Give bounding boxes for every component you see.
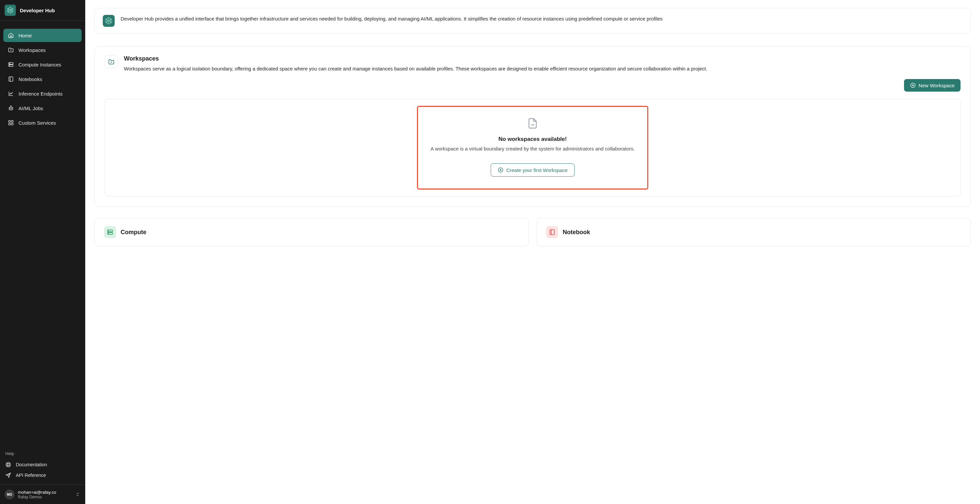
notebook-icon-box <box>546 226 558 238</box>
app-logo <box>103 15 115 27</box>
svg-point-19 <box>108 231 109 231</box>
empty-desc: A workspace is a virtual boundary create… <box>431 146 635 152</box>
section-text: Workspaces Workspaces serve as a logical… <box>124 55 707 72</box>
workspaces-empty-panel: No workspaces available! A workspace is … <box>105 99 961 196</box>
user-email: mohan+ai@rafay.co <box>18 490 72 495</box>
grid-icon <box>8 120 14 126</box>
main-content: Developer Hub provides a unified interfa… <box>85 0 980 504</box>
avatar: MO <box>5 490 14 499</box>
app-logo <box>5 5 16 16</box>
nav-inference[interactable]: Inference Endpoints <box>3 87 82 100</box>
bot-icon <box>8 105 14 111</box>
svg-rect-4 <box>9 77 13 81</box>
plus-circle-icon <box>910 82 916 88</box>
folder-plus-icon <box>8 47 14 53</box>
app-title: Developer Hub <box>20 8 55 13</box>
nav-home[interactable]: Home <box>3 29 82 42</box>
button-label: Create your first Workspace <box>506 167 568 173</box>
folder-plus-icon <box>108 59 115 65</box>
nav-compute[interactable]: Compute Instances <box>3 58 82 71</box>
home-icon <box>8 32 14 38</box>
server-icon <box>8 62 14 67</box>
notebook-card-head: Notebook <box>546 226 961 238</box>
notebook-card[interactable]: Notebook <box>536 218 971 246</box>
mesh-icon <box>6 6 14 14</box>
user-org: Rafay Demos <box>18 495 72 499</box>
user-footer[interactable]: MO mohan+ai@rafay.co Rafay Demos <box>0 485 85 504</box>
mesh-icon <box>105 17 113 25</box>
nav-custom-services[interactable]: Custom Services <box>3 116 82 129</box>
intro-text: Developer Hub provides a unified interfa… <box>121 15 662 22</box>
workspaces-section: Workspaces Workspaces serve as a logical… <box>94 46 971 207</box>
chevrons-icon <box>75 491 80 498</box>
plus-circle-icon <box>498 167 504 173</box>
nav-aiml-jobs[interactable]: AI/ML Jobs <box>3 102 82 115</box>
nav-notebooks[interactable]: Notebooks <box>3 72 82 86</box>
help-section: Help Documentation API Reference <box>0 448 85 485</box>
section-title: Workspaces <box>124 55 707 62</box>
svg-point-7 <box>10 108 11 109</box>
svg-rect-10 <box>11 120 13 122</box>
svg-point-6 <box>11 106 11 107</box>
svg-point-20 <box>108 233 109 233</box>
compute-icon-box <box>104 226 116 238</box>
sidebar: Developer Hub Home Workspaces Compute In… <box>0 0 85 504</box>
svg-point-8 <box>11 108 12 109</box>
button-label: New Workspace <box>918 83 955 88</box>
compute-card[interactable]: Compute <box>94 218 529 246</box>
create-first-workspace-button[interactable]: Create your first Workspace <box>491 163 574 177</box>
nav-label: Workspaces <box>19 47 46 53</box>
empty-state-highlight: No workspaces available! A workspace is … <box>417 106 648 190</box>
intro-card: Developer Hub provides a unified interfa… <box>94 8 971 34</box>
workspaces-icon-box <box>105 55 118 69</box>
section-desc: Workspaces serve as a logical isolation … <box>124 65 707 72</box>
sidebar-header: Developer Hub <box>0 0 85 21</box>
svg-rect-21 <box>550 230 554 235</box>
nav-label: Home <box>19 33 32 38</box>
new-workspace-button[interactable]: New Workspace <box>904 79 961 92</box>
workspace-toolbar: New Workspace <box>105 79 961 92</box>
chart-icon <box>8 91 14 97</box>
svg-point-2 <box>10 63 10 64</box>
send-icon <box>5 472 11 478</box>
nav-label: Inference Endpoints <box>19 91 62 97</box>
svg-point-3 <box>10 65 10 66</box>
svg-rect-11 <box>9 123 10 125</box>
primary-nav: Home Workspaces Compute Instances Notebo… <box>0 21 85 448</box>
help-heading: Help <box>5 451 80 456</box>
server-icon <box>107 229 113 236</box>
notebook-title: Notebook <box>563 229 590 236</box>
compute-title: Compute <box>121 229 146 236</box>
nav-label: Notebooks <box>19 77 42 82</box>
file-icon <box>527 116 539 131</box>
lifebuoy-icon <box>5 462 11 467</box>
help-label: Documentation <box>16 462 47 467</box>
help-api-reference[interactable]: API Reference <box>5 470 80 480</box>
notebook-icon <box>549 229 555 236</box>
nav-label: AI/ML Jobs <box>19 105 43 111</box>
nav-label: Compute Instances <box>19 62 61 67</box>
help-label: API Reference <box>16 472 46 478</box>
svg-rect-9 <box>9 120 10 122</box>
notebook-icon <box>8 76 14 82</box>
nav-label: Custom Services <box>19 120 56 126</box>
svg-rect-12 <box>11 123 13 125</box>
svg-point-14 <box>7 464 9 466</box>
section-head: Workspaces Workspaces serve as a logical… <box>105 55 961 72</box>
help-documentation[interactable]: Documentation <box>5 459 80 470</box>
compute-card-head: Compute <box>104 226 519 238</box>
bottom-row: Compute Notebook <box>94 218 971 246</box>
user-info: mohan+ai@rafay.co Rafay Demos <box>18 490 72 499</box>
empty-title: No workspaces available! <box>499 136 567 142</box>
nav-workspaces[interactable]: Workspaces <box>3 43 82 57</box>
